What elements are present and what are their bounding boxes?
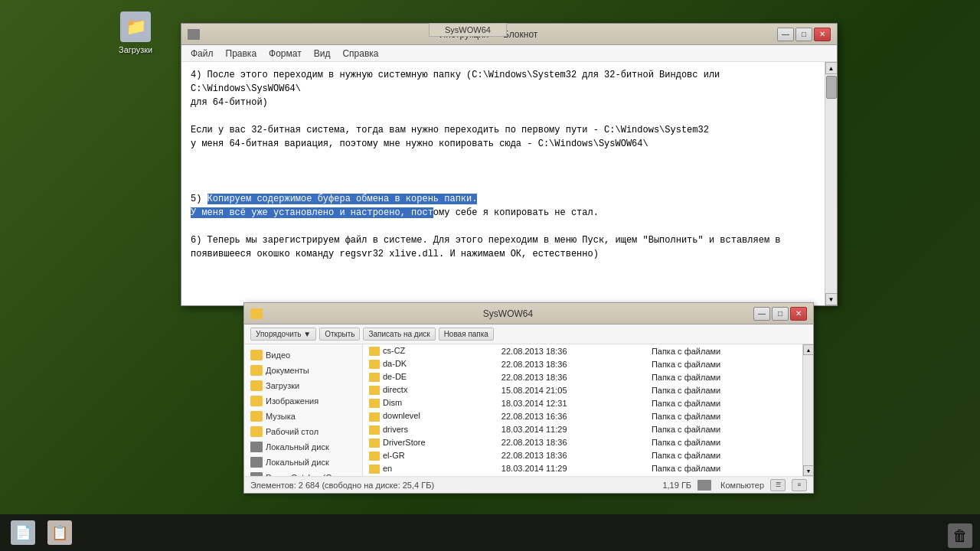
file-type-cell: Папка с файлами — [645, 409, 802, 422]
downloads-folder-icon: 📁 — [120, 11, 151, 42]
folder-icon — [250, 396, 263, 406]
notepad-menu-view[interactable]: Вид — [308, 47, 337, 60]
folder-icon — [250, 380, 263, 391]
folder-icon — [369, 373, 380, 382]
table-row[interactable]: el-GR 22.08.2013 18:36 Папка с файлами — [363, 449, 802, 462]
sidebar-item-downloads[interactable]: Загрузки — [244, 378, 362, 393]
file-type-cell: Папка с файлами — [645, 383, 802, 396]
file-type-cell: Папка с файлами — [645, 344, 802, 357]
explorer-scroll-up-button[interactable]: ▲ — [803, 344, 813, 355]
explorer-minimize-button[interactable]: — — [753, 307, 770, 321]
explorer-title-bar: SysWOW64 — □ ✕ — [244, 303, 813, 324]
explorer-status-count: Элементов: 2 684 (свободно на диске: 25,… — [250, 481, 662, 490]
file-date-cell: 18.03.2014 12:31 — [495, 396, 645, 409]
table-row[interactable]: da-DK 22.08.2013 18:36 Папка с файлами — [363, 357, 802, 370]
desktop-icon-label: Загрузки — [119, 45, 152, 54]
sidebar-label: Локальный диск — [266, 458, 329, 467]
view-details-button[interactable]: ≡ — [792, 479, 807, 491]
drive-icon — [250, 457, 263, 468]
taskbar-item-1[interactable]: 📄 — [6, 517, 40, 548]
sidebar-label: Видео — [266, 350, 290, 360]
table-row[interactable]: en 18.03.2014 11:29 Папка с файлами — [363, 462, 802, 475]
explorer-maximize-button[interactable]: □ — [772, 307, 789, 321]
sidebar-item-images[interactable]: Изображения — [244, 393, 362, 409]
file-type-cell: Папка с файлами — [645, 396, 802, 409]
sidebar-item-music[interactable]: Музыка — [244, 409, 362, 424]
file-date-cell: 22.08.2013 18:36 — [495, 449, 645, 462]
table-row[interactable]: de-DE 22.08.2013 18:36 Папка с файлами — [363, 370, 802, 383]
explorer-title: SysWOW64 — [263, 308, 753, 319]
notepad-maximize-button[interactable]: □ — [795, 28, 812, 41]
explorer-scrollbar[interactable]: ▲ ▼ — [802, 344, 813, 476]
folder-icon — [250, 365, 263, 376]
explorer-status-right: 1,19 ГБ Компьютер ☰ ≡ — [662, 479, 807, 491]
recycle-bin-icon: 🗑 — [948, 523, 972, 548]
notepad-scrollbar[interactable]: ▲ ▼ — [825, 62, 837, 305]
sidebar-item-desktop[interactable]: Рабочий стол — [244, 424, 362, 439]
desktop-icon-downloads[interactable]: 📁 Загрузки — [119, 11, 152, 54]
notepad-menu-format[interactable]: Формат — [263, 47, 308, 60]
notepad-content-area: 4) После этого переходим в нужную систем… — [181, 62, 837, 305]
notepad-close-button[interactable]: ✕ — [814, 28, 831, 41]
file-type-cell: Папка с файлами — [645, 370, 802, 383]
file-type-cell: Папка с файлами — [645, 357, 802, 370]
sidebar-item-video[interactable]: Видео — [244, 347, 362, 363]
file-name-cell: Dism — [363, 396, 495, 409]
view-list-button[interactable]: ☰ — [770, 479, 786, 491]
explorer-window: SysWOW64 — □ ✕ Упорядочить ▼ Открыть Зап… — [243, 302, 814, 494]
file-name-cell: DriverStore — [363, 436, 495, 449]
explorer-scroll-down-button[interactable]: ▼ — [803, 465, 813, 476]
notepad-scroll-thumb[interactable] — [826, 76, 837, 99]
drive-icon — [250, 442, 263, 452]
table-row[interactable]: directx 15.08.2014 21:05 Папка с файлами — [363, 383, 802, 396]
explorer-new-folder-button[interactable]: Новая папка — [439, 328, 494, 341]
file-name-cell: el-GR — [363, 449, 495, 462]
table-row[interactable]: Dism 18.03.2014 12:31 Папка с файлами — [363, 396, 802, 409]
table-row[interactable]: DriverStore 22.08.2013 18:36 Папка с фай… — [363, 436, 802, 449]
file-type-cell: Папка с файлами — [645, 462, 802, 475]
explorer-organize-button[interactable]: Упорядочить ▼ — [250, 328, 316, 341]
notepad-highlight-1: Копируем содержимое буфера обмена в коре… — [207, 194, 478, 204]
folder-icon — [369, 399, 380, 408]
explorer-free-space: (свободно на диске: 25,4 ГБ) — [322, 481, 434, 490]
explorer-table: cs-CZ 22.08.2013 18:36 Папка с файлами d… — [363, 344, 802, 476]
file-date-cell: 22.08.2013 18:36 — [495, 436, 645, 449]
folder-icon — [369, 439, 380, 448]
sidebar-item-localdisk2[interactable]: Локальный диск — [244, 455, 362, 470]
folder-icon — [250, 426, 263, 437]
table-row[interactable]: downlevel 22.08.2013 16:36 Папка с файла… — [363, 409, 802, 422]
explorer-open-button[interactable]: Открыть — [319, 328, 360, 341]
file-name-cell: de-DE — [363, 370, 495, 383]
notepad-minimize-button[interactable]: — — [777, 28, 794, 41]
explorer-body: Видео Документы Загрузки Изображения Муз… — [244, 344, 813, 476]
table-row[interactable]: cs-CZ 22.08.2013 18:36 Папка с файлами — [363, 344, 802, 357]
explorer-burn-button[interactable]: Записать на диск — [363, 328, 435, 341]
notepad-text-area[interactable]: 4) После этого переходим в нужную систем… — [181, 62, 825, 305]
taskbar-icon-1: 📄 — [11, 520, 35, 545]
file-name-cell: directx — [363, 383, 495, 396]
folder-icon — [369, 465, 380, 474]
notepad-menu-bar: Файл Правка Формат Вид Справка — [181, 45, 837, 62]
sidebar-item-localdisk1[interactable]: Локальный диск — [244, 439, 362, 455]
taskbar-icon-2: 📋 — [47, 520, 72, 545]
taskbar-recycle-bin[interactable]: 🗑 — [948, 523, 972, 548]
explorer-file-list: cs-CZ 22.08.2013 18:36 Папка с файлами d… — [363, 344, 802, 476]
sidebar-item-documents[interactable]: Документы — [244, 363, 362, 378]
file-date-cell: 22.08.2013 18:36 — [495, 370, 645, 383]
sidebar-item-dreamcatcher[interactable]: DreamCatcher (C — [244, 470, 362, 476]
notepad-scroll-up-button[interactable]: ▲ — [825, 62, 838, 74]
notepad-title-bar: Инструкция — Блокнот — □ ✕ — [181, 24, 837, 45]
notepad-menu-edit[interactable]: Правка — [220, 47, 263, 60]
explorer-window-controls: — □ ✕ — [753, 307, 807, 321]
sidebar-label: Рабочий стол — [266, 427, 318, 436]
notepad-menu-file[interactable]: Файл — [185, 47, 220, 60]
explorer-close-button[interactable]: ✕ — [790, 307, 807, 321]
sidebar-label: Загрузки — [266, 381, 299, 390]
taskbar-item-2[interactable]: 📋 — [43, 517, 77, 548]
desktop: 📁 Загрузки SysWOW64 Инструкция — Блокнот… — [0, 0, 980, 551]
notepad-highlight-2: У меня всё уже установлено и настроено, … — [191, 207, 433, 218]
table-row[interactable]: drivers 18.03.2014 11:29 Папка с файлами — [363, 423, 802, 436]
notepad-menu-help[interactable]: Справка — [336, 47, 384, 60]
explorer-status-bar: Элементов: 2 684 (свободно на диске: 25,… — [244, 476, 813, 493]
notepad-scroll-down-button[interactable]: ▼ — [825, 293, 838, 305]
